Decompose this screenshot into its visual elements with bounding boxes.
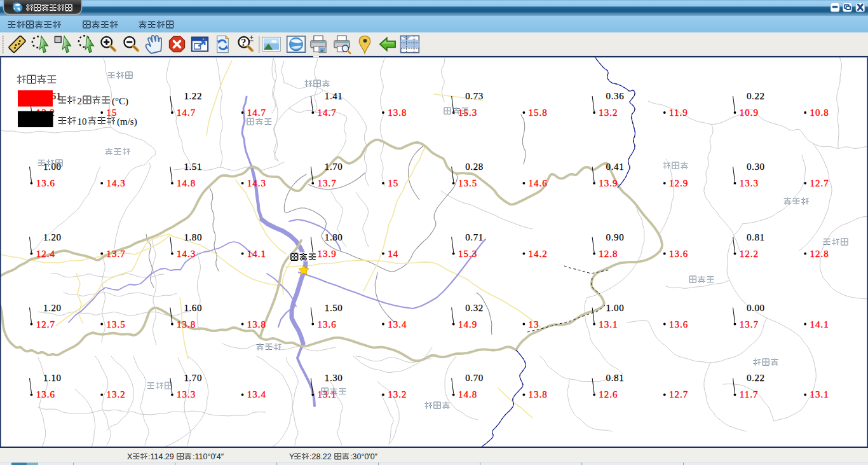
svg-text:0.00: 0.00 xyxy=(747,303,765,313)
svg-text:14.1: 14.1 xyxy=(247,249,266,259)
svg-text:1.70: 1.70 xyxy=(184,373,202,383)
svg-text:14.3: 14.3 xyxy=(177,249,196,259)
svg-text:14.7: 14.7 xyxy=(247,108,266,118)
svg-text:10.8: 10.8 xyxy=(810,108,829,118)
svg-text:13.4: 13.4 xyxy=(388,319,407,330)
svg-text:0.28: 0.28 xyxy=(465,162,484,172)
svg-text:13.4: 13.4 xyxy=(247,389,266,399)
svg-text:13.2: 13.2 xyxy=(599,108,618,118)
svg-text:13.6: 13.6 xyxy=(669,319,688,330)
svg-text:15: 15 xyxy=(106,108,117,118)
svg-text:(°C): (°C) xyxy=(112,96,128,107)
svg-text:12.4: 12.4 xyxy=(36,249,55,259)
svg-text:?: ? xyxy=(241,36,246,48)
svg-text:1.50: 1.50 xyxy=(325,303,343,313)
svg-text:13.1: 13.1 xyxy=(599,319,618,330)
svg-text:13.8: 13.8 xyxy=(388,108,407,118)
svg-text:15: 15 xyxy=(388,178,398,188)
svg-text:13.8: 13.8 xyxy=(247,319,266,330)
svg-text:14.6: 14.6 xyxy=(529,178,548,188)
svg-text:15.3: 15.3 xyxy=(458,249,477,259)
svg-text:13.9: 13.9 xyxy=(318,249,337,259)
svg-text:(m/s): (m/s) xyxy=(117,116,137,127)
svg-text:15.3: 15.3 xyxy=(458,108,477,118)
svg-text:14: 14 xyxy=(388,249,398,259)
svg-text:10.9: 10.9 xyxy=(740,108,759,118)
svg-text:12.8: 12.8 xyxy=(810,249,829,259)
svg-text:13.3: 13.3 xyxy=(177,389,196,399)
svg-text::28.22: :28.22 xyxy=(309,452,332,461)
svg-text:14.3: 14.3 xyxy=(247,178,266,188)
svg-text:2: 2 xyxy=(78,96,83,106)
svg-text:14.7: 14.7 xyxy=(177,108,196,118)
svg-text:10: 10 xyxy=(78,116,87,127)
svg-text:1.10: 1.10 xyxy=(43,373,62,383)
svg-text:1.20: 1.20 xyxy=(43,232,62,242)
svg-text:13.5: 13.5 xyxy=(458,178,477,188)
svg-text:13.6: 13.6 xyxy=(36,389,55,399)
svg-text:14.2: 14.2 xyxy=(529,249,548,259)
svg-text:0.90: 0.90 xyxy=(606,232,625,242)
svg-text:14.3: 14.3 xyxy=(106,178,125,188)
svg-text:13.5: 13.5 xyxy=(106,319,125,330)
svg-text:13.7: 13.7 xyxy=(740,319,759,330)
svg-text:11.9: 11.9 xyxy=(669,108,688,118)
svg-text:1.20: 1.20 xyxy=(43,303,62,313)
svg-text::114.29: :114.29 xyxy=(148,452,174,461)
svg-text:13.8: 13.8 xyxy=(177,319,196,330)
svg-text:13.3: 13.3 xyxy=(740,178,759,188)
svg-text:1.51: 1.51 xyxy=(184,162,202,172)
svg-text:0.22: 0.22 xyxy=(747,373,765,383)
svg-text:1.80: 1.80 xyxy=(184,232,202,242)
svg-text:1.30: 1.30 xyxy=(325,373,343,383)
svg-text::110°0′4″: :110°0′4″ xyxy=(193,452,224,461)
svg-text:13.6: 13.6 xyxy=(669,249,688,259)
svg-text:13.2: 13.2 xyxy=(106,389,125,399)
svg-text:0.81: 0.81 xyxy=(747,232,765,242)
svg-text:13.7: 13.7 xyxy=(106,249,125,259)
svg-text:13.6: 13.6 xyxy=(36,178,55,188)
svg-text:14.7: 14.7 xyxy=(318,108,337,118)
svg-text:0.81: 0.81 xyxy=(606,373,625,383)
svg-text:12.2: 12.2 xyxy=(740,249,759,259)
svg-text:14.9: 14.9 xyxy=(458,319,477,330)
svg-text:12.8: 12.8 xyxy=(599,249,618,259)
svg-text:0.71: 0.71 xyxy=(465,232,484,242)
svg-text:0.22: 0.22 xyxy=(747,91,765,101)
svg-text:0.41: 0.41 xyxy=(606,162,625,172)
svg-text:12.7: 12.7 xyxy=(810,178,829,188)
svg-text:13.7: 13.7 xyxy=(318,178,337,188)
svg-text:1.60: 1.60 xyxy=(184,303,202,313)
svg-text:13.9: 13.9 xyxy=(599,178,618,188)
svg-text:12.7: 12.7 xyxy=(669,389,688,399)
svg-text:14.8: 14.8 xyxy=(458,389,477,399)
svg-text:X: X xyxy=(127,452,133,461)
svg-text:13: 13 xyxy=(529,319,539,330)
svg-text:14.8: 14.8 xyxy=(177,178,196,188)
svg-text:15.8: 15.8 xyxy=(529,108,548,118)
svg-text:13.1: 13.1 xyxy=(810,389,829,399)
svg-text:13.2: 13.2 xyxy=(388,389,407,399)
svg-text:11.7: 11.7 xyxy=(740,389,759,399)
svg-text:12.6: 12.6 xyxy=(599,389,618,399)
svg-text::30°0′0″: :30°0′0″ xyxy=(350,452,378,461)
svg-text:12.9: 12.9 xyxy=(669,178,688,188)
svg-text:1.41: 1.41 xyxy=(325,91,343,101)
svg-text:12.7: 12.7 xyxy=(36,319,55,330)
svg-text:1.22: 1.22 xyxy=(184,91,202,101)
svg-text:13.8: 13.8 xyxy=(529,389,548,399)
svg-text:0.30: 0.30 xyxy=(747,162,765,172)
svg-text:14.1: 14.1 xyxy=(810,319,829,330)
svg-text:0.32: 0.32 xyxy=(465,303,484,313)
svg-text:Y: Y xyxy=(289,452,295,461)
svg-text:1.80: 1.80 xyxy=(325,232,343,242)
svg-text:1.00: 1.00 xyxy=(606,303,625,313)
svg-text:0.73: 0.73 xyxy=(465,91,484,101)
svg-text:13.6: 13.6 xyxy=(318,319,337,330)
svg-text:1.70: 1.70 xyxy=(325,162,343,172)
svg-text:0.36: 0.36 xyxy=(606,91,625,101)
svg-text:0.70: 0.70 xyxy=(465,373,484,383)
